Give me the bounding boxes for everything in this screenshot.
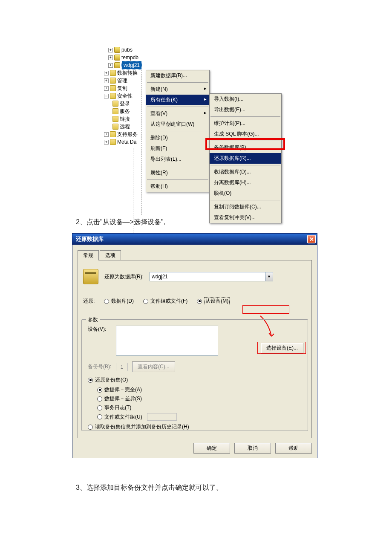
ctx-item-properties[interactable]: 属性(R) [146,168,209,178]
radio-dot-icon [88,425,93,430]
help-button[interactable]: 帮助 [275,443,312,454]
ctx-item-refresh[interactable]: 刷新(F) [146,143,209,154]
folder-icon [110,139,116,145]
radio-dot-icon [104,299,109,304]
expander-plus-icon[interactable] [104,78,109,83]
ctx-item-restore-db[interactable]: 还原数据库(R)... [210,153,281,164]
restore-as-value: wdgj21 [152,274,168,280]
ctx-item-offline[interactable]: 脱机(O) [210,188,281,199]
ctx-item-new-window[interactable]: 从这里创建窗口(W) [146,119,209,130]
folder-icon [110,131,116,137]
radio-db-diff[interactable]: 数据库－差异(S) [97,395,303,402]
ctx-item-maint-plan[interactable]: 维护计划(P)... [210,118,281,129]
devices-textbox[interactable] [116,326,218,356]
close-button[interactable]: ✕ [307,235,316,243]
screenshot-tree-context-menu: pubs tempdb wdgj21 数据转换 管理 [104,46,283,212]
context-menu-level1: 新建数据库(B)... 新建(N) 所有任务(K) 查看(V) 从这里创建窗口(… [146,70,210,192]
menu-separator [210,116,280,117]
radio-label: 数据库(D) [111,298,134,305]
folder-icon [112,124,118,130]
tab-general[interactable]: 常规 [78,250,99,260]
menu-separator [147,82,208,83]
tree-label: 安全性 [117,92,133,100]
cancel-button[interactable]: 取消 [234,443,271,454]
expander-plus-icon[interactable] [104,86,109,91]
radio-dot-checked-icon [97,387,102,393]
ctx-item-shrink-db[interactable]: 收缩数据库(D)... [210,167,281,177]
ctx-item-import-data[interactable]: 导入数据(I)... [210,94,281,104]
ctx-item-detach-db[interactable]: 分离数据库(H)... [210,177,281,188]
ctx-item-help[interactable]: 帮助(H) [146,181,209,192]
tree-label-selected: wdgj21 [121,61,142,69]
tree-label: pubs [121,46,133,54]
ctx-item-copy-sub[interactable]: 复制订阅数据库(C)... [210,202,281,212]
ctx-item-gen-sql[interactable]: 生成 SQL 脚本(G)... [210,129,281,139]
radio-db-complete[interactable]: 数据库－完全(A) [97,386,303,393]
expander-minus-icon[interactable] [104,94,109,98]
folder-icon [110,70,116,76]
menu-separator [210,200,280,200]
menu-separator [210,141,280,141]
tree-label: 登录 [120,100,130,107]
devices-label: 设备(V): [88,326,112,333]
expander-plus-icon[interactable] [108,63,113,68]
radio-label: 文件或文件组(U) [104,413,142,421]
radio-dot-checked-icon [197,299,202,304]
folder-icon [112,116,118,122]
radio-label: 文件组或文件(F) [150,298,187,305]
radio-txlog[interactable]: 事务日志(T) [97,404,303,411]
ctx-item-view-conflicts[interactable]: 查看复制冲突(V)... [210,212,281,223]
ctx-item-view[interactable]: 查看(V) [146,108,209,119]
tree-node-tempdb[interactable]: tempdb [104,54,155,61]
expander-plus-icon[interactable] [104,132,109,137]
tab-options[interactable]: 选项 [100,250,121,260]
ctx-item-delete[interactable]: 删除(D) [146,133,209,143]
radio-read-backup-info[interactable]: 读取备份集信息并添加到备份历史记录(H) [88,423,189,431]
annotation-red-box-from-device [242,305,289,314]
restore-as-combobox[interactable]: wdgj21 ▼ [150,272,273,281]
parameters-groupbox: 参数 设备(V): 选择设备(E)... 备份号(B): 1 查看内容(C)..… [81,319,308,431]
radio-label: 还原备份集(O) [95,376,128,384]
dialog-titlebar: 还原数据库 ✕ [72,234,317,245]
radio-dot-icon [97,414,102,419]
ctx-item-export-data[interactable]: 导出数据(E)... [210,104,281,115]
ctx-item-all-tasks[interactable]: 所有任务(K) [146,95,209,105]
tree-label: 链接 [120,115,130,123]
expander-plus-icon[interactable] [104,140,109,145]
radio-filegroup[interactable]: 文件组或文件(F) [143,298,187,305]
folder-icon [112,108,118,114]
radio-dot-icon [97,405,102,410]
ctx-item-new-database[interactable]: 新建数据库(B)... [146,70,209,81]
restore-label: 还原: [83,298,95,305]
tree-label: 复制 [117,84,127,92]
menu-separator [147,166,208,166]
ctx-item-backup-db[interactable]: 备份数据库(B)... [210,142,281,153]
radio-file-or-filegroup[interactable]: 文件或文件组(U) [97,413,303,421]
expander-plus-icon[interactable] [108,55,113,60]
menu-separator [147,107,208,107]
expander-plus-icon[interactable] [108,48,113,52]
dropdown-arrow-icon[interactable]: ▼ [265,272,273,281]
dialog-title: 还原数据库 [76,235,104,243]
database-large-icon [83,269,98,284]
tree-label: 数据转换 [117,69,138,77]
database-icon [114,47,120,53]
ctx-item-new[interactable]: 新建(N) [146,84,209,95]
view-contents-button: 查看内容(C)... [132,361,175,372]
expander-plus-icon[interactable] [104,71,109,75]
radio-restore-backup-set[interactable]: 还原备份集(O) [88,376,128,384]
radio-database[interactable]: 数据库(D) [104,298,134,305]
ctx-item-export-list[interactable]: 导出列表(L)... [146,154,209,165]
restore-as-label: 还原为数据库(R): [104,273,144,280]
radio-from-device[interactable]: 从设备(M) [197,297,230,305]
menu-separator [147,131,208,131]
ok-button[interactable]: 确定 [193,443,230,454]
radio-dot-icon [97,396,102,402]
select-device-button[interactable]: 选择设备(E)... [261,343,303,353]
tree-node-pubs[interactable]: pubs [104,46,155,54]
backup-number-value: 1 [116,363,128,371]
radio-dot-icon [143,299,148,304]
folder-icon [112,101,118,107]
tree-node-wdgj21-selected[interactable]: wdgj21 [104,61,155,69]
tab-panel-general: 还原为数据库(R): wdgj21 ▼ 还原: 数据库(D) 文件组或文件(F) [78,260,312,438]
